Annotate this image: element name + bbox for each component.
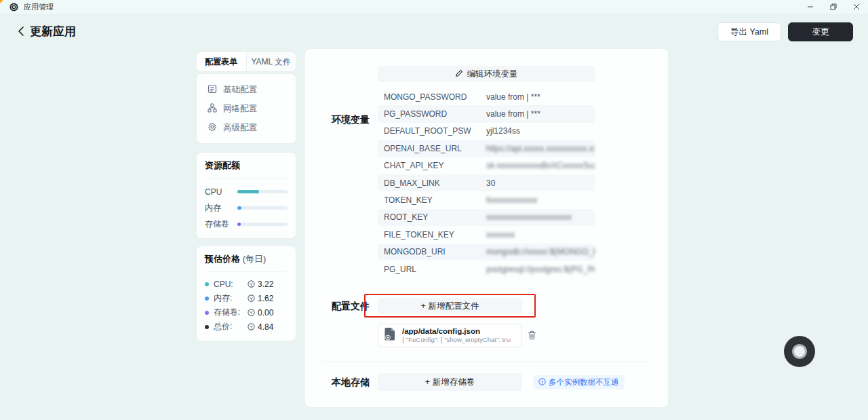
resource-quota-title: 资源配额 [205,159,288,178]
env-var-row: DB_MAX_LINK 30 [378,174,595,191]
price-dot [205,325,209,329]
env-var-row: OPENAI_BASE_URL https://api.xxxxx.xxxxxx… [378,140,595,157]
main-panel: 环境变量 编辑环境变量 MONGO_PASSWORD value from | … [305,49,668,407]
price-row: 内存: 1.62 [205,291,288,305]
quota-slider-fill [237,206,242,210]
price-label: 存储卷: [214,307,243,318]
quota-row: 存储卷 [205,217,288,231]
env-var-list: MONGO_PASSWORD value from | *** PG_PASSW… [378,88,595,278]
price-dot [205,311,209,315]
price-row: CPU: 3.22 [205,277,288,291]
coin-icon [248,294,255,302]
coin-icon [248,280,255,288]
env-var-row: TOKEN_KEY fxxxxxxxxxxxx [378,191,595,208]
config-file-texts: /app/data/config.json { "FeConfig": { "s… [402,327,511,344]
env-var-row: MONGODB_URI mongodb://xxxxx:$(MONGO_PASS… [378,244,595,261]
config-file-icon [384,327,397,344]
edit-icon [455,69,463,79]
quota-slider[interactable] [237,223,288,226]
restore-button[interactable] [822,0,845,14]
env-var-row: DEFAULT_ROOT_PSW yjl1234ss [378,123,595,140]
price-dot [205,297,209,301]
apply-change-button[interactable]: 变更 [788,22,853,41]
app-title: 应用管理 [24,2,54,12]
export-yaml-button[interactable]: 导出 Yaml [717,22,781,41]
price-card: 预估价格 (每日) CPU: 3.22 内存: [196,246,296,341]
quota-slider-fill [237,190,260,193]
env-var-key: DEFAULT_ROOT_PSW [378,126,486,136]
gear-icon [208,122,217,134]
config-file-path: /app/data/config.json [402,327,511,336]
env-var-row: PG_URL postgresql://postgres:$(PG_PASS..… [378,261,595,278]
nav-item-label: 基础配置 [223,84,257,96]
nav-item[interactable]: 高级配置 [197,118,296,137]
app-logo-icon [9,3,18,12]
config-file-card[interactable]: /app/data/config.json { "FeConfig": { "s… [378,324,522,347]
tab-item[interactable]: YAML 文件 [247,52,296,71]
corner-flag [0,0,3,3]
price-label: 总价: [214,321,243,332]
quota-label: 内存 [205,202,237,214]
minimize-button[interactable] [799,0,822,14]
env-var-key: FILE_TOKEN_KEY [378,230,486,240]
delete-config-file-button[interactable] [526,329,538,341]
price-value: 0.00 [258,308,273,318]
env-var-row: PG_PASSWORD value from | *** [378,105,595,122]
env-section-label: 环境变量 [332,114,370,126]
price-row: 存储卷: 0.00 [205,305,288,320]
title-bar: 应用管理 [0,0,868,14]
sidebar: 配置表单 YAML 文件 基础配置 [196,52,296,348]
quota-row: CPU [205,185,288,199]
price-row: 总价: 4.84 [205,320,288,334]
multi-instance-notice: 多个实例数据不互通 [533,375,625,389]
quota-slider[interactable] [237,190,288,193]
env-var-key: OPENAI_BASE_URL [378,144,486,153]
price-title-main: 预估价格 [205,254,240,264]
config-files-section-label: 配置文件 [332,301,370,313]
price-rows: CPU: 3.22 内存: 1.62 [205,272,288,334]
env-var-row: CHAT_API_KEY sk-xxxxxxxxxxxBxXCxxxxxSuzd… [378,157,595,174]
env-var-value: value from | *** [486,109,595,119]
env-var-row: ROOT_KEY xxxxxxxxxxxxxxxxxxxxx [378,209,595,226]
env-var-value: xxxxxxx [486,230,595,240]
cursor-ring-inner [792,344,807,359]
nav-item-label: 高级配置 [223,122,257,134]
price-title: 预估价格 (每日) [205,253,288,272]
resource-quota-card: 资源配额 CPU 内存 存储卷 [196,152,296,239]
env-var-key: MONGODB_URI [378,247,486,256]
env-var-key: MONGO_PASSWORD [378,92,486,102]
quota-rows: CPU 内存 存储卷 [205,178,288,231]
back-button[interactable] [14,24,27,38]
env-var-row: FILE_TOKEN_KEY xxxxxxx [378,226,595,243]
env-var-value: sk-xxxxxxxxxxxBxXCxxxxxSuzd... [486,161,595,170]
price-value: 3.22 [258,280,273,289]
price-label: 内存: [214,292,243,304]
nav-item[interactable]: 网络配置 [197,99,296,118]
quota-slider[interactable] [237,206,288,210]
add-config-file-button[interactable]: + 新增配置文件 [378,298,522,314]
cursor-ring-indicator [784,336,815,367]
price-title-sub: (每日) [243,254,267,264]
price-value: 4.84 [258,322,273,332]
nav-item-label: 网络配置 [223,103,257,115]
quota-label: 存储卷 [205,218,237,230]
close-button[interactable] [845,0,868,14]
cursor-ring-hole [794,346,805,357]
add-volume-button[interactable]: + 新增存储卷 [378,373,522,391]
tab-item[interactable]: 配置表单 [197,52,247,71]
env-var-key: CHAT_API_KEY [378,161,486,170]
env-var-value: yjl1234ss [486,126,595,136]
config-nav: 基础配置 网络配置 高级配置 [196,73,296,144]
env-var-key: TOKEN_KEY [378,195,486,205]
env-var-value: https://api.xxxxx.xxxxxxxxxx.xx/v1 [486,144,595,153]
edit-env-button[interactable]: 编辑环境变量 [378,66,595,82]
page-title: 更新应用 [30,24,76,39]
nav-item[interactable]: 基础配置 [197,80,296,99]
config-file-preview: { "FeConfig": { "show_emptyChat": true, … [402,336,511,344]
quota-slider-fill [237,223,241,226]
quota-label: CPU [205,187,237,197]
env-var-value: fxxxxxxxxxxxx [486,195,595,205]
env-var-value: xxxxxxxxxxxxxxxxxxxxx [486,212,595,222]
local-storage-section-label: 本地存储 [332,377,370,389]
tab-label: 配置表单 [205,56,237,68]
